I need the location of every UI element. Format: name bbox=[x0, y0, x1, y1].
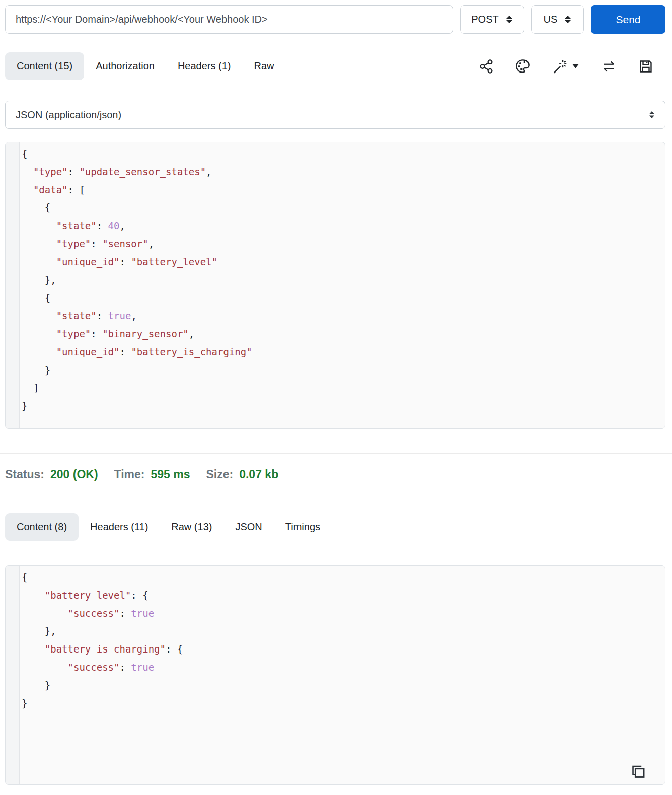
content-type-value: JSON (application/json) bbox=[16, 109, 121, 121]
time-label: Time: bbox=[114, 468, 145, 481]
tab-request-headers[interactable]: Headers (1) bbox=[166, 52, 243, 80]
time-pair: Time: 595 ms bbox=[114, 468, 190, 481]
save-icon[interactable] bbox=[638, 59, 653, 74]
updown-caret-icon bbox=[506, 15, 513, 24]
caret-down-icon bbox=[572, 63, 579, 69]
size-pair: Size: 0.07 kb bbox=[206, 468, 279, 481]
response-status-bar: Status: 200 (OK) Time: 595 ms Size: 0.07… bbox=[5, 468, 665, 485]
send-button[interactable]: Send bbox=[591, 5, 665, 34]
request-body-code[interactable]: { "type": "update_sensor_states", "data"… bbox=[20, 142, 665, 428]
status-code-value: 200 (OK) bbox=[50, 468, 98, 481]
method-select[interactable]: POST bbox=[460, 5, 524, 34]
region-select-value: US bbox=[544, 14, 558, 25]
tab-response-json[interactable]: JSON bbox=[223, 513, 273, 541]
tab-request-content[interactable]: Content (15) bbox=[5, 52, 84, 80]
tab-response-timings[interactable]: Timings bbox=[274, 513, 332, 541]
copy-icon[interactable] bbox=[630, 763, 647, 782]
response-tabs: Content (8) Headers (11) Raw (13) JSON T… bbox=[5, 513, 332, 541]
method-select-value: POST bbox=[471, 14, 498, 25]
status-pair: Status: 200 (OK) bbox=[5, 468, 98, 481]
palette-icon[interactable] bbox=[515, 58, 531, 74]
tab-response-content[interactable]: Content (8) bbox=[5, 513, 79, 541]
request-body-editor[interactable]: { "type": "update_sensor_states", "data"… bbox=[5, 142, 665, 429]
swap-arrows-icon[interactable] bbox=[601, 59, 617, 74]
tab-response-raw[interactable]: Raw (13) bbox=[160, 513, 223, 541]
region-select[interactable]: US bbox=[531, 5, 584, 34]
response-body-code: { "battery_level": { "success": true }, … bbox=[20, 566, 665, 784]
request-bar: POST US Send bbox=[5, 5, 665, 34]
share-icon[interactable] bbox=[479, 59, 494, 74]
status-label: Status: bbox=[5, 468, 44, 481]
content-type-select[interactable]: JSON (application/json) bbox=[5, 101, 665, 129]
rest-client-page: POST US Send Content (15) Authorization … bbox=[0, 5, 672, 785]
viewer-gutter bbox=[6, 566, 20, 784]
request-tabs-row: Content (15) Authorization Headers (1) R… bbox=[5, 52, 665, 80]
tab-request-raw[interactable]: Raw bbox=[243, 52, 286, 80]
time-value: 595 ms bbox=[151, 468, 190, 481]
request-tabs: Content (15) Authorization Headers (1) R… bbox=[5, 52, 286, 80]
request-toolbar bbox=[479, 58, 665, 75]
editor-gutter bbox=[6, 142, 20, 428]
section-divider bbox=[0, 453, 672, 454]
updown-caret-icon bbox=[649, 111, 655, 119]
magic-wand-icon[interactable] bbox=[552, 58, 579, 75]
response-tabs-row: Content (8) Headers (11) Raw (13) JSON T… bbox=[5, 513, 665, 541]
url-input[interactable] bbox=[5, 5, 453, 34]
response-body-viewer: { "battery_level": { "success": true }, … bbox=[5, 565, 665, 785]
size-value: 0.07 kb bbox=[239, 468, 278, 481]
size-label: Size: bbox=[206, 468, 234, 481]
tab-response-headers[interactable]: Headers (11) bbox=[79, 513, 160, 541]
updown-caret-icon bbox=[564, 15, 571, 24]
tab-request-authorization[interactable]: Authorization bbox=[84, 52, 166, 80]
